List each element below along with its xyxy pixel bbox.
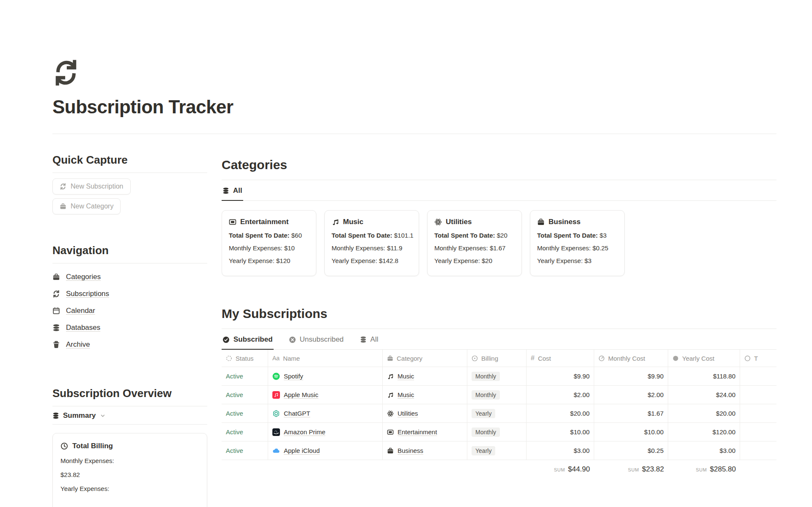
cost-value: $2.00 (527, 386, 594, 404)
sidebar-item-categories[interactable]: Categories (52, 269, 207, 285)
briefcase-icon (60, 203, 66, 210)
new-category-label: New Category (71, 203, 113, 210)
amazon-prime-icon (272, 428, 280, 436)
column-header-monthly-cost[interactable]: Monthly Cost (594, 350, 668, 367)
my-subscriptions-heading: My Subscriptions (222, 307, 776, 321)
subscription-name: Apple iCloud (284, 447, 320, 454)
column-label: Yearly Cost (682, 355, 714, 362)
subscriptions-table: Status Aa Name (222, 350, 776, 474)
sidebar-item-label: Calendar (66, 307, 95, 315)
new-category-button[interactable]: New Category (52, 198, 121, 214)
tab-all-subscriptions[interactable]: All (359, 329, 379, 350)
category-card-name: Entertainment (240, 218, 288, 226)
total-spent-label: Total Spent To Date: (434, 232, 495, 239)
tv-icon (387, 429, 394, 436)
column-header-billing[interactable]: Billing (467, 350, 527, 367)
sum-label: SUM (554, 467, 565, 472)
clock-icon (598, 355, 605, 362)
trash-icon (52, 341, 60, 348)
monthly-cost-value: $10.00 (594, 423, 668, 441)
subscription-link-chatgpt[interactable]: ChatGPT (272, 410, 310, 417)
truncated-cell (740, 367, 776, 385)
subscription-link-apple-icloud[interactable]: Apple iCloud (272, 447, 320, 455)
column-header-name[interactable]: Aa Name (268, 350, 383, 367)
subscription-name: Apple Music (284, 391, 318, 398)
cost-sum[interactable]: SUM $44.90 (527, 465, 594, 474)
page-title: Subscription Tracker (52, 96, 776, 118)
column-header-truncated[interactable]: T (740, 350, 776, 367)
sidebar-item-databases[interactable]: Databases (52, 319, 207, 336)
subscription-link-apple-music[interactable]: Apple Music (272, 391, 318, 399)
total-spent-value: $20 (497, 232, 508, 239)
sidebar-item-label: Categories (66, 273, 101, 281)
yearly-cost-value: $24.00 (668, 386, 740, 404)
billing-tag[interactable]: Yearly (472, 409, 495, 418)
column-label: Name (283, 355, 300, 362)
subscription-overview-heading: Subscription Overview (52, 387, 207, 400)
monthly-cost-value: $1.67 (594, 404, 668, 422)
number-property-icon: # (531, 354, 535, 362)
status-value[interactable]: Active (226, 410, 243, 417)
sidebar-item-calendar[interactable]: Calendar (52, 302, 207, 319)
column-header-cost[interactable]: # Cost (527, 350, 594, 367)
category-link-entertainment[interactable]: Entertainment (387, 428, 437, 436)
column-header-category[interactable]: Category (383, 350, 467, 367)
category-link-business[interactable]: Business (387, 447, 423, 454)
yearly-cost-value: $3.00 (668, 441, 740, 460)
cost-sum-value: $44.90 (568, 465, 590, 474)
sidebar-item-label: Archive (66, 340, 90, 349)
yearly-expense-line: Yearly Expense: $120 (229, 257, 309, 264)
yearly-expense-line: Yearly Expense: $142.8 (332, 257, 412, 264)
tab-label: Subscribed (233, 335, 273, 344)
tab-label: All (370, 335, 379, 344)
yearly-cost-sum[interactable]: SUM $285.80 (668, 465, 740, 474)
yearly-expense-line: Yearly Expense: $20 (434, 257, 515, 264)
tab-unsubscribed[interactable]: Unsubscribed (288, 329, 345, 350)
x-circle-icon (289, 336, 296, 343)
sidebar-item-subscriptions[interactable]: Subscriptions (52, 285, 207, 302)
new-subscription-button[interactable]: New Subscription (52, 178, 131, 195)
category-card-music[interactable]: Music Total Spent To Date: $101.1 Monthl… (324, 210, 419, 276)
sidebar-item-archive[interactable]: Archive (52, 336, 207, 353)
category-card-entertainment[interactable]: Entertainment Total Spent To Date: $60 M… (222, 210, 316, 276)
billing-tag[interactable]: Monthly (472, 372, 500, 381)
column-header-yearly-cost[interactable]: Yearly Cost (668, 350, 740, 367)
column-label: Billing (481, 355, 498, 362)
billing-tag[interactable]: Monthly (472, 390, 500, 400)
yearly-cost-value: $120.00 (668, 423, 740, 441)
summary-view-tab[interactable]: Summary (52, 406, 105, 424)
tab-all-categories[interactable]: All (222, 180, 243, 201)
table-row: Active Apple iCloud (222, 441, 776, 460)
categories-heading: Categories (222, 158, 776, 172)
sync-page-icon[interactable] (52, 59, 80, 86)
status-value[interactable]: Active (226, 447, 243, 454)
status-value[interactable]: Active (226, 373, 243, 380)
briefcase-icon (387, 447, 394, 454)
clock-icon (60, 442, 68, 450)
category-link-music[interactable]: Music (387, 391, 414, 398)
column-header-status[interactable]: Status (222, 350, 268, 367)
billing-tag[interactable]: Monthly (472, 428, 500, 437)
filled-circle-icon (672, 355, 679, 362)
total-billing-card[interactable]: Total Billing Monthly Expenses: $23.82 Y… (52, 433, 207, 507)
billing-tag[interactable]: Yearly (472, 446, 495, 455)
status-value[interactable]: Active (226, 391, 243, 398)
music-note-icon (387, 392, 394, 398)
tab-subscribed[interactable]: Subscribed (222, 329, 274, 350)
categories-view-tabs: All (222, 180, 776, 201)
category-link-music[interactable]: Music (387, 373, 414, 380)
category-card-business[interactable]: Business Total Spent To Date: $3 Monthly… (530, 210, 625, 276)
briefcase-icon (537, 218, 545, 226)
chatgpt-icon (272, 410, 280, 417)
subscription-link-amazon-prime[interactable]: Amazon Prime (272, 428, 325, 436)
total-spent-value: $3 (600, 232, 607, 239)
table-body: Active (222, 367, 776, 460)
quick-capture-heading: Quick Capture (52, 153, 207, 167)
status-value[interactable]: Active (226, 428, 243, 436)
column-label: Status (236, 355, 254, 362)
monthly-cost-sum[interactable]: SUM $23.82 (594, 465, 668, 474)
category-card-utilities[interactable]: Utilities Total Spent To Date: $20 Month… (427, 210, 522, 276)
divider (52, 424, 207, 425)
subscription-link-spotify[interactable]: Spotify (272, 373, 303, 380)
category-link-utilities[interactable]: Utilities (387, 410, 418, 417)
